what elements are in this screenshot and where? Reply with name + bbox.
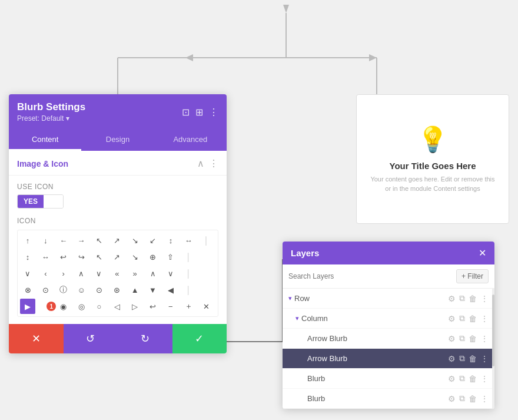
icon-cell[interactable]: ○ bbox=[91, 299, 107, 314]
icon-cell[interactable]: › bbox=[56, 266, 71, 281]
icon-cell[interactable]: ∧ bbox=[145, 266, 161, 281]
section-more-icon[interactable]: ⋮ bbox=[209, 158, 218, 169]
icon-cell[interactable]: ⇧ bbox=[163, 249, 178, 264]
icon-cell[interactable]: → bbox=[74, 233, 89, 248]
more-icon[interactable]: ⋮ bbox=[480, 374, 489, 383]
icon-cell[interactable]: ＋ bbox=[181, 299, 196, 314]
icon-cell[interactable]: ↕ bbox=[163, 233, 178, 248]
icon-cell[interactable]: │ bbox=[199, 233, 214, 248]
icon-cell[interactable]: ✕ bbox=[199, 299, 214, 314]
layer-chevron[interactable]: ▾ bbox=[288, 295, 292, 302]
icon-cell[interactable]: ↪ bbox=[74, 249, 89, 264]
more-icon[interactable]: ⋮ bbox=[480, 294, 489, 303]
toggle-no[interactable] bbox=[44, 195, 63, 208]
settings-icon[interactable]: ⚙ bbox=[448, 374, 456, 383]
icon-cell[interactable]: ↘ bbox=[127, 249, 142, 264]
icon-cell[interactable]: ↗ bbox=[109, 233, 125, 248]
layer-chevron[interactable]: ▾ bbox=[295, 315, 299, 322]
collapse-icon[interactable]: ∧ bbox=[197, 158, 204, 169]
icon-cell[interactable]: ↑ bbox=[20, 233, 35, 248]
icon-cell[interactable]: ⊙ bbox=[91, 282, 107, 297]
icon-cell[interactable]: │ bbox=[181, 266, 196, 281]
more-icon[interactable]: ⋮ bbox=[209, 107, 218, 118]
icon-cell[interactable]: ∧ bbox=[74, 266, 89, 281]
icon-cell[interactable]: « bbox=[109, 266, 125, 281]
icon-cell[interactable]: │ bbox=[181, 282, 196, 297]
toggle-button[interactable]: YES bbox=[17, 194, 64, 209]
icon-cell[interactable] bbox=[199, 249, 214, 264]
icon-cell[interactable] bbox=[199, 282, 214, 297]
more-icon[interactable]: ⋮ bbox=[480, 354, 489, 363]
icon-cell[interactable]: ▷ bbox=[127, 299, 142, 314]
icon-cell[interactable]: ↙ bbox=[145, 233, 161, 248]
icon-cell[interactable]: ⓘ bbox=[56, 282, 71, 297]
delete-icon[interactable]: 🗑 bbox=[469, 394, 477, 404]
layers-scrollbar[interactable] bbox=[492, 289, 494, 409]
settings-icon[interactable]: ⚙ bbox=[448, 334, 456, 343]
delete-icon[interactable]: 🗑 bbox=[469, 294, 477, 303]
undo-button[interactable]: ↺ bbox=[64, 324, 118, 353]
icon-cell[interactable]: ⊗ bbox=[20, 282, 35, 297]
icon-cell[interactable]: ↖ bbox=[91, 249, 107, 264]
settings-icon[interactable]: ⚙ bbox=[448, 394, 456, 404]
icon-cell[interactable]: ◉ bbox=[56, 299, 71, 314]
icon-cell[interactable]: ⊙ bbox=[38, 282, 53, 297]
icon-cell[interactable]: ↘ bbox=[127, 233, 142, 248]
icon-cell[interactable]: ↖ bbox=[91, 233, 107, 248]
duplicate-icon[interactable]: ⧉ bbox=[459, 373, 465, 383]
settings-icon[interactable]: ⚙ bbox=[448, 354, 456, 363]
icon-cell[interactable]: ▲ bbox=[127, 282, 142, 297]
icon-cell[interactable]: ↕ bbox=[20, 249, 35, 264]
more-icon[interactable]: ⋮ bbox=[480, 394, 489, 404]
icon-cell[interactable]: ← bbox=[56, 233, 71, 248]
expand-icon[interactable]: ⊡ bbox=[182, 107, 190, 118]
save-button[interactable]: ✓ bbox=[172, 324, 227, 353]
icon-cell[interactable]: ◎ bbox=[74, 299, 89, 314]
icon-cell[interactable]: ↗ bbox=[109, 249, 125, 264]
layers-close-button[interactable]: ✕ bbox=[479, 247, 486, 259]
delete-icon[interactable]: 🗑 bbox=[469, 374, 477, 383]
icon-cell[interactable]: − bbox=[163, 299, 178, 314]
settings-icon[interactable]: ⚙ bbox=[448, 314, 456, 323]
more-icon[interactable]: ⋮ bbox=[480, 334, 489, 343]
duplicate-icon[interactable]: ⧉ bbox=[459, 333, 465, 343]
icon-cell[interactable]: ↔ bbox=[38, 249, 53, 264]
delete-icon[interactable]: 🗑 bbox=[469, 354, 477, 363]
tab-advanced[interactable]: Advanced bbox=[154, 130, 227, 151]
icon-cell[interactable]: ↩ bbox=[145, 299, 161, 314]
cancel-button[interactable]: ✕ bbox=[9, 324, 64, 353]
icon-cell[interactable]: ▼ bbox=[145, 282, 161, 297]
duplicate-icon[interactable]: ⧉ bbox=[459, 313, 465, 323]
icon-cell[interactable]: ∨ bbox=[91, 266, 107, 281]
icon-cell[interactable]: ∨ bbox=[163, 266, 178, 281]
redo-button[interactable]: ↻ bbox=[118, 324, 172, 353]
duplicate-icon[interactable]: ⧉ bbox=[459, 293, 465, 303]
icon-cell[interactable]: ◀ bbox=[163, 282, 178, 297]
icon-cell[interactable]: ☺ bbox=[74, 282, 89, 297]
duplicate-icon[interactable]: ⧉ bbox=[459, 353, 465, 363]
icon-cell[interactable]: ↓ bbox=[38, 233, 53, 248]
duplicate-icon[interactable]: ⧉ bbox=[459, 393, 465, 404]
more-icon[interactable]: ⋮ bbox=[480, 314, 489, 323]
tab-design[interactable]: Design bbox=[81, 130, 154, 151]
columns-icon[interactable]: ⊞ bbox=[195, 107, 203, 118]
icon-cell[interactable]: ◁ bbox=[109, 299, 125, 314]
icon-cell[interactable]: ∨ bbox=[20, 266, 35, 281]
tab-content[interactable]: Content bbox=[9, 130, 81, 151]
icon-cell[interactable]: » bbox=[127, 266, 142, 281]
delete-icon[interactable]: 🗑 bbox=[469, 314, 477, 323]
delete-icon[interactable]: 🗑 bbox=[469, 334, 477, 343]
icon-cell[interactable]: │ bbox=[181, 249, 196, 264]
toggle-yes[interactable]: YES bbox=[18, 195, 44, 208]
settings-icon[interactable]: ⚙ bbox=[448, 294, 456, 303]
icon-cell[interactable]: ⊛ bbox=[109, 282, 125, 297]
icon-cell[interactable]: ‹ bbox=[38, 266, 53, 281]
icon-cell[interactable]: ↩ bbox=[56, 249, 71, 264]
icon-cell-active[interactable]: ▶ bbox=[20, 299, 35, 314]
layers-search-input[interactable] bbox=[288, 272, 451, 280]
layers-filter-button[interactable]: + Filter bbox=[456, 269, 489, 283]
blurb-preset[interactable]: Preset: Default ▾ bbox=[17, 114, 85, 123]
icon-cell[interactable] bbox=[199, 266, 214, 281]
icon-cell[interactable]: ↔ bbox=[181, 233, 196, 248]
icon-cell[interactable]: ⊕ bbox=[145, 249, 161, 264]
